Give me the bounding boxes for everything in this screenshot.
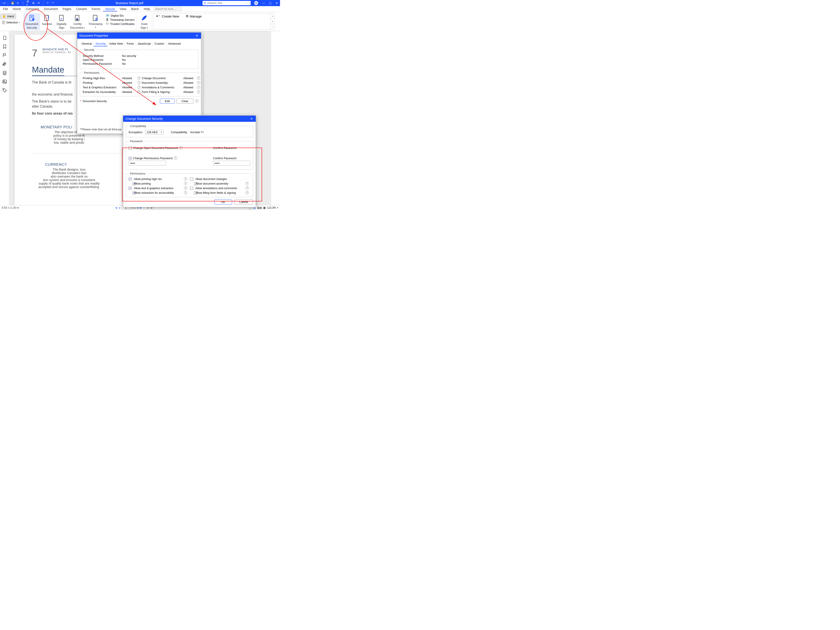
chevron-down-icon[interactable]: ▾ [277, 206, 278, 209]
minimize-button[interactable]: — [260, 0, 267, 6]
timestamp-servers-link[interactable]: 🗄Timestamp Servers [106, 18, 134, 21]
trusted-certificates-link[interactable]: 🛡Trusted Certificates [106, 22, 134, 25]
perm-pw-confirm-input[interactable] [213, 161, 250, 165]
tab-fonts[interactable]: Fonts [125, 41, 136, 46]
menu-batch[interactable]: Batch [129, 6, 141, 11]
print2-icon[interactable]: 🖶 [32, 1, 35, 5]
help-icon[interactable]: ? [197, 81, 200, 84]
help-icon[interactable]: ? [137, 77, 141, 80]
chevron-down-icon: ▾ [84, 27, 85, 29]
sanitize-button[interactable]: Sanitize . [40, 13, 54, 30]
timestamp-button[interactable]: Timestamp ▾ [87, 13, 104, 29]
tab-custom[interactable]: Custom [153, 41, 166, 46]
menu-comment[interactable]: Comment [24, 6, 41, 11]
menu-forms[interactable]: Forms [90, 6, 103, 11]
tab-general[interactable]: General [80, 41, 94, 46]
menu-help[interactable]: Help [142, 6, 152, 11]
maximize-button[interactable]: ▢ [267, 0, 273, 6]
help-icon[interactable]: ? [137, 90, 141, 94]
help-icon[interactable]: ? [137, 86, 141, 89]
search-clear-icon[interactable]: × [248, 2, 251, 5]
certify-document-button[interactable]: Certify Document ▾ [68, 13, 87, 30]
menu-home[interactable]: Home [11, 6, 23, 11]
menu-secure[interactable]: Secure [103, 6, 117, 11]
dialog-close-button[interactable]: ✕ [195, 34, 199, 38]
xodo-sign-button[interactable]: Xodo Sign ▾ [137, 13, 151, 30]
tab-javascript[interactable]: JavaScript [136, 41, 153, 46]
menu-convert[interactable]: Convert [74, 6, 89, 11]
menu-pages[interactable]: Pages [60, 6, 74, 11]
edit-button[interactable]: Edit [160, 99, 175, 104]
dialog2-close-button[interactable]: ✕ [249, 117, 254, 120]
help-icon[interactable]: ? [197, 77, 200, 80]
chk-print-high[interactable] [129, 178, 132, 181]
save-icon[interactable]: 💾 [11, 1, 14, 5]
selection-tool[interactable]: T Selection ▾ [0, 20, 22, 25]
panel-scroll[interactable]: ▴▾▿ [271, 13, 275, 29]
search-input[interactable] [208, 2, 245, 5]
document-security-button[interactable]: Document Security [24, 13, 40, 30]
help-icon[interactable]: ? [245, 186, 249, 190]
help-icon[interactable]: ? [195, 99, 198, 103]
cancel-button[interactable]: Cancel [234, 199, 253, 205]
help-icon[interactable]: ? [197, 90, 200, 94]
change-open-pw-checkbox[interactable]: Change Open Document Password ? [129, 146, 204, 150]
first-page-icon[interactable]: I◂ [115, 206, 117, 209]
chk-extract[interactable] [129, 187, 132, 190]
menu-document[interactable]: Document [42, 6, 60, 11]
help-icon[interactable]: ? [245, 182, 249, 185]
chk-doc-changes[interactable] [190, 178, 193, 181]
image-panel-icon[interactable] [2, 79, 7, 84]
help-icon[interactable]: ? [184, 177, 187, 181]
prev-page-icon[interactable]: ◂ [119, 206, 120, 209]
tag-panel-icon[interactable] [2, 88, 7, 93]
bookmarks-panel-icon[interactable] [2, 44, 7, 49]
flag-panel-icon[interactable] [2, 53, 7, 58]
change-perm-pw-checkbox[interactable]: Change Permissions Password ? [129, 157, 204, 160]
mail-icon[interactable]: ✉ [37, 1, 41, 5]
undo-icon[interactable]: ↶ [46, 1, 49, 5]
view-two-icon[interactable]: ▥▥ [257, 206, 262, 209]
attachments-panel-icon[interactable] [2, 61, 7, 66]
window-title: Business Report.pdf [57, 1, 202, 5]
layers-panel-icon[interactable] [2, 71, 7, 75]
tab-advanced[interactable]: Advanced [166, 41, 182, 46]
help-icon[interactable]: ? [174, 157, 177, 160]
view-two-cont-icon[interactable]: ▦ [263, 206, 265, 209]
help-icon[interactable]: ? [184, 186, 187, 190]
tools-search[interactable]: Search for tools ... [153, 7, 182, 11]
ok-button[interactable]: OK [215, 199, 232, 205]
zoom-value[interactable]: 113.2% [267, 206, 276, 209]
menu-file[interactable]: File [1, 6, 10, 11]
scan-icon[interactable]: ⌂ [21, 1, 25, 5]
chk-annot[interactable] [190, 187, 193, 190]
manage-button[interactable]: ⚙︎ Manage [186, 14, 202, 18]
help-icon[interactable]: ? [179, 146, 182, 150]
pages-panel-icon[interactable] [2, 35, 7, 40]
tab-initial-view[interactable]: Initial View [107, 41, 125, 46]
help-icon[interactable]: ? [184, 182, 187, 185]
help-icon[interactable]: ? [197, 86, 200, 89]
help-icon[interactable]: ? [245, 191, 249, 194]
create-new-button[interactable]: ✦⁺ Create New [156, 14, 179, 18]
digital-ids-link[interactable]: 🪪Digital IDs [106, 14, 134, 17]
hand-tool[interactable]: ✋ Hand [0, 14, 16, 19]
search-box[interactable]: ▾ ‹ › × [202, 1, 251, 5]
digitally-sign-button[interactable]: Digitally Sign [55, 13, 68, 30]
print-icon[interactable]: 🖶▾ [27, 1, 30, 5]
encryption-select[interactable]: 128 AES ▾ [145, 130, 163, 134]
file-menu-icon[interactable]: ▭▾ [2, 1, 5, 5]
search-prev-icon[interactable]: ‹ [245, 2, 247, 5]
redo-icon[interactable]: ↷ [51, 1, 55, 5]
svg-rect-6 [60, 15, 63, 21]
copy-icon[interactable]: ⧉ [16, 1, 19, 5]
perm-pw-input[interactable] [129, 161, 166, 165]
help-icon[interactable]: ? [137, 81, 141, 84]
menu-view[interactable]: View [117, 6, 128, 11]
help-icon[interactable]: ? [184, 191, 187, 194]
clear-button[interactable]: Clear [177, 99, 193, 104]
close-button[interactable]: ✕ [273, 0, 280, 6]
search-next-icon[interactable]: › [247, 2, 248, 5]
user-avatar[interactable]: IG [254, 1, 258, 5]
tab-security[interactable]: Security [94, 41, 107, 46]
